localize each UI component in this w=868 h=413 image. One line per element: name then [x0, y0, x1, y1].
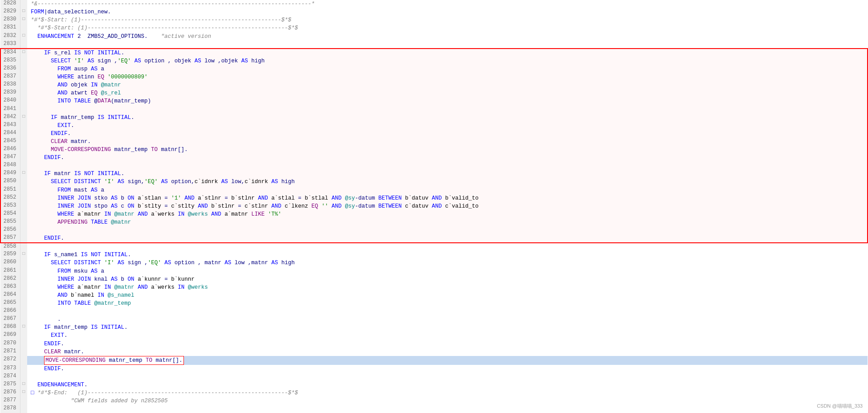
table-row: 2867 .: [0, 315, 868, 323]
fold-indicator: [20, 162, 27, 170]
code-line-content: AND b`namel IN @s_namel: [27, 291, 868, 299]
code-line-content: MOVE-CORRESPONDING matnr_temp TO matnr[]…: [27, 356, 868, 365]
table-row: 2851 FROM mast AS a: [0, 186, 868, 194]
line-number: 2835: [0, 57, 20, 65]
code-line-content: [27, 106, 868, 114]
table-row: 2868□ IF matnr_temp IS INITIAL.: [0, 323, 868, 331]
table-row: 2828*&----------------------------------…: [0, 0, 868, 8]
line-number: 2842: [0, 114, 20, 122]
fold-indicator[interactable]: □: [20, 33, 27, 41]
code-line-content: ENDENHANCEMENT.: [27, 381, 868, 389]
line-number: 2840: [0, 97, 20, 105]
table-row: 2836 FROM ausp AS a: [0, 65, 868, 73]
table-row: 2857 ENDIF.: [0, 234, 868, 243]
fold-indicator[interactable]: □: [20, 8, 27, 16]
table-row: 2846 MOVE-CORRESPONDING matnr_temp TO ma…: [0, 146, 868, 154]
table-row: 2841: [0, 106, 868, 114]
line-number: 2836: [0, 65, 20, 73]
table-row: 2839 AND atwrt EQ @s_rel: [0, 89, 868, 97]
table-row: 2871 CLEAR matnr.: [0, 348, 868, 356]
line-number: 2831: [0, 24, 20, 32]
table-row: 2847 ENDIF.: [0, 154, 868, 162]
line-number: 2828: [0, 0, 20, 8]
code-line-content: *#*$-Start: (1)-------------------------…: [27, 16, 868, 24]
line-number: 2856: [0, 226, 20, 234]
code-line-content: AND atwrt EQ @s_rel: [27, 89, 868, 97]
fold-indicator: [20, 299, 27, 307]
fold-indicator[interactable]: □: [20, 251, 27, 259]
fold-indicator[interactable]: □: [20, 16, 27, 24]
line-number: 2849: [0, 170, 20, 178]
code-line-content: FROM ausp AS a: [27, 65, 868, 73]
fold-indicator: [20, 178, 27, 186]
table-row: 2838 AND objek IN @matnr: [0, 81, 868, 89]
fold-indicator[interactable]: □: [20, 389, 27, 397]
code-line-content: WHERE a`matnr IN @matnr AND a`werks IN @…: [27, 283, 868, 291]
line-number: 2864: [0, 291, 20, 299]
table-row: 2845 CLEAR matnr.: [0, 138, 868, 146]
code-line-content: ENDIF.: [27, 130, 868, 138]
line-number: 2838: [0, 81, 20, 89]
fold-indicator[interactable]: □: [20, 323, 27, 331]
fold-indicator: [20, 138, 27, 146]
line-number: 2850: [0, 178, 20, 186]
watermark: CSDN @喵喵喵_333: [817, 403, 863, 409]
code-line-content: [27, 41, 868, 49]
code-line-content: CLEAR matnr.: [27, 138, 868, 146]
code-area[interactable]: 2828*&----------------------------------…: [0, 0, 868, 413]
fold-indicator[interactable]: □: [20, 170, 27, 178]
line-number: 2858: [0, 243, 20, 251]
fold-indicator: [20, 65, 27, 73]
fold-indicator[interactable]: □: [20, 114, 27, 122]
line-number: 2877: [0, 397, 20, 405]
code-line-content: ENHANCEMENT 2 ZMB52_ADD_OPTIONS. "active…: [27, 33, 868, 41]
line-number: 2862: [0, 275, 20, 283]
table-row: 2876□□ *#*$-End: (1)--------------------…: [0, 389, 868, 397]
table-row: 2859□ IF s_name1 IS NOT INITIAL.: [0, 251, 868, 259]
code-line-content: FORM|data_selection_new.: [27, 8, 868, 16]
fold-indicator: [20, 340, 27, 348]
editor-container: 2828*&----------------------------------…: [0, 0, 868, 413]
code-line-content: ENDIF.: [27, 234, 868, 243]
fold-indicator: [20, 348, 27, 356]
table-row: 2874: [0, 373, 868, 381]
line-number: 2861: [0, 267, 20, 275]
code-line-content: SELECT DISTINCT 'I' AS sign ,'EQ' AS opt…: [27, 259, 868, 267]
line-number: 2853: [0, 202, 20, 210]
fold-indicator: [20, 210, 27, 218]
code-line-content: ENDIF.: [27, 154, 868, 162]
code-line-content: .: [27, 315, 868, 323]
code-line-content: WHERE a`matnr IN @matnr AND a`werks IN @…: [27, 210, 868, 218]
line-number: 2839: [0, 89, 20, 97]
fold-indicator: [20, 226, 27, 234]
fold-indicator: [20, 97, 27, 105]
code-table: 2828*&----------------------------------…: [0, 0, 868, 413]
table-row: 2850 SELECT DISTINCT 'I' AS sign,'EQ' AS…: [0, 178, 868, 186]
fold-indicator[interactable]: □: [20, 381, 27, 389]
line-number: 2867: [0, 315, 20, 323]
line-number: 2874: [0, 373, 20, 381]
table-row: 2856: [0, 226, 868, 234]
fold-indicator[interactable]: □: [20, 49, 27, 57]
line-number: 2876: [0, 389, 20, 397]
fold-indicator: [20, 331, 27, 339]
table-row: 2855 APPENDING TABLE @matnr: [0, 218, 868, 226]
line-number: 2829: [0, 8, 20, 16]
fold-indicator: [20, 202, 27, 210]
table-row: 2870 ENDIF.: [0, 340, 868, 348]
fold-indicator: [20, 0, 27, 8]
table-row: 2865 INTO TABLE @matnr_temp: [0, 299, 868, 307]
table-row: 2875□ ENDENHANCEMENT.: [0, 381, 868, 389]
line-number: 2859: [0, 251, 20, 259]
table-row: 2852 INNER JOIN stko AS b ON a`stlan = '…: [0, 194, 868, 202]
line-number: 2878: [0, 405, 20, 413]
code-line-content: IF matnr_temp IS INITIAL.: [27, 323, 868, 331]
fold-indicator: [20, 356, 27, 365]
code-line-content: INTO TABLE @matnr_temp: [27, 299, 868, 307]
table-row: 2840 INTO TABLE @DATA(matnr_temp): [0, 97, 868, 105]
code-line-content: SELECT DISTINCT 'I' AS sign,'EQ' AS opti…: [27, 178, 868, 186]
table-row: 2833: [0, 41, 868, 49]
fold-indicator: [20, 106, 27, 114]
line-number: 2854: [0, 210, 20, 218]
table-row: 2848: [0, 162, 868, 170]
